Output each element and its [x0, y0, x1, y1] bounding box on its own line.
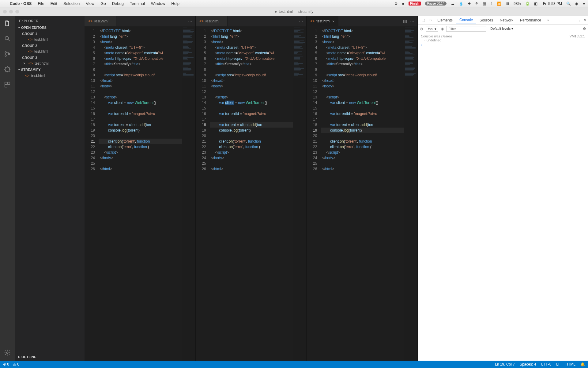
notification-center-icon[interactable]: ≣ [582, 2, 586, 6]
code-content[interactable]: <!DOCTYPE html><html lang="en"><head> <m… [210, 26, 307, 361]
menu-file[interactable]: File [35, 1, 47, 6]
open-editors-section[interactable]: ▾OPEN EDITORS [15, 25, 85, 31]
minimap[interactable] [293, 26, 306, 361]
siri-icon[interactable]: ◉ [575, 2, 578, 6]
activity-settings-icon[interactable] [3, 348, 12, 357]
html-file-icon: <> [310, 19, 315, 23]
editor-tab[interactable]: <>test.html× [307, 16, 338, 26]
caret-down-icon: ▾ [18, 68, 20, 71]
menu-go[interactable]: Go [97, 1, 109, 6]
close-editor-icon[interactable]: × [23, 61, 25, 66]
svg-point-4 [5, 67, 10, 72]
window-zoom-button[interactable] [15, 10, 19, 13]
editor-more-icon[interactable]: ⋯ [299, 19, 303, 24]
status-icon-drop[interactable]: 💧 [459, 2, 463, 6]
devtools-more-tabs-icon[interactable]: » [545, 18, 552, 22]
clock[interactable]: Fri 5:53 PM [542, 2, 562, 6]
editor-pane: <>test.html×▥⋯12345678910111213141516171… [307, 16, 418, 361]
status-notifications-icon[interactable]: 🔔 [580, 362, 585, 366]
svg-point-8 [6, 352, 8, 354]
code-content[interactable]: <!DOCTYPE html><html lang="en"><head> <m… [99, 26, 195, 361]
line-gutter: 1234567891011121314151617181920212223242… [307, 26, 321, 361]
code-editor[interactable]: 1234567891011121314151617181920212223242… [307, 26, 417, 361]
devtools-close-icon[interactable]: × [584, 18, 586, 22]
status-indent[interactable]: Spaces: 4 [520, 362, 536, 366]
menu-edit[interactable]: Edit [47, 1, 60, 6]
status-warnings[interactable]: ⚠ 0 [13, 362, 19, 366]
battery-percent[interactable]: 98% [514, 2, 521, 6]
svg-rect-6 [8, 82, 10, 84]
activity-scm-icon[interactable] [3, 50, 12, 58]
editor-more-icon[interactable]: ⋯ [410, 19, 414, 24]
spotlight-icon[interactable]: 🔍 [566, 2, 571, 6]
wifi-icon[interactable]: 📶 [497, 2, 501, 6]
open-editor-item[interactable]: ×<>test.html [15, 60, 85, 67]
menu-window[interactable]: Window [148, 1, 168, 6]
status-cursor-position[interactable]: Ln 19, Col 7 [495, 362, 515, 366]
svg-point-2 [5, 55, 6, 56]
devtools-tab-network[interactable]: Network [497, 16, 516, 24]
devtools-menu-icon[interactable]: ⋮ [577, 18, 581, 22]
html-file-icon: <> [28, 49, 32, 54]
status-language[interactable]: HTML [565, 362, 575, 366]
status-eol[interactable]: LF [556, 362, 560, 366]
app-menu[interactable]: Code - OSS [7, 1, 35, 6]
editor-tab[interactable]: <>test.html× [196, 16, 228, 26]
menu-help[interactable]: Help [168, 1, 183, 6]
devtools-tab-console[interactable]: Console [456, 16, 476, 24]
console-filter-input[interactable] [446, 26, 486, 32]
window-close-button[interactable] [3, 10, 7, 13]
recorder-finish-button[interactable]: Finish [409, 2, 420, 6]
clear-console-icon[interactable]: ⊘ [420, 26, 423, 31]
bluetooth-icon[interactable]: ᛒ [490, 2, 492, 6]
menu-selection[interactable]: Selection [60, 1, 83, 6]
open-editor-item[interactable]: <>test.html [15, 36, 85, 43]
minimap[interactable] [404, 26, 417, 361]
devtools-panel: ⬚ ▭ Elements Console Sources Network Per… [418, 16, 588, 361]
device-toolbar-icon[interactable]: ▭ [427, 18, 434, 22]
editor-more-icon[interactable]: ⋯ [188, 19, 192, 24]
status-encoding[interactable]: UTF-8 [541, 362, 551, 366]
devtools-tab-performance[interactable]: Performance [517, 16, 544, 24]
console-levels-select[interactable]: Default levels ▾ [488, 26, 515, 31]
battery-icon[interactable]: 🔋 [525, 2, 530, 6]
status-icon-rec[interactable]: ■ [402, 2, 404, 6]
code-editor[interactable]: 1234567891011121314151617181920212223242… [85, 26, 195, 361]
console-context-select[interactable]: top ▾ [426, 26, 438, 32]
menu-terminal[interactable]: Terminal [127, 1, 148, 6]
console-live-expr-icon[interactable]: ◉ [441, 27, 444, 31]
control-center-icon[interactable]: ◧ [534, 2, 537, 6]
display-icon[interactable]: 🖥 [506, 2, 509, 6]
window-minimize-button[interactable] [9, 10, 13, 13]
editor-tab[interactable]: <>test.html× [85, 16, 116, 26]
activity-search-icon[interactable] [3, 34, 12, 43]
inspect-element-icon[interactable]: ⬚ [420, 18, 426, 22]
menu-debug[interactable]: Debug [109, 1, 127, 6]
status-errors[interactable]: ⊘ 0 [3, 362, 9, 366]
status-icon-umbrella[interactable]: ☂ [475, 2, 478, 6]
console-settings-icon[interactable]: ⚙ [583, 27, 586, 31]
split-editor-icon[interactable]: ▥ [403, 19, 407, 24]
status-icon-cog[interactable]: ⚙ [394, 2, 398, 6]
activity-debug-icon[interactable] [3, 65, 12, 74]
status-icon-grid[interactable]: ▦ [483, 2, 486, 6]
recorder-pause-button[interactable]: Pause 00:14 [425, 2, 447, 6]
devtools-tab-sources[interactable]: Sources [477, 16, 496, 24]
code-editor[interactable]: 1234567891011121314151617181920212223242… [196, 26, 307, 361]
minimap[interactable] [182, 26, 195, 361]
code-content[interactable]: <!DOCTYPE html><html lang="en"><head> <m… [321, 26, 417, 361]
console-output[interactable]: Console was clearedVM1352:1 ‹ undefined … [418, 33, 588, 361]
project-section[interactable]: ▾STREAMIFY [15, 67, 85, 73]
file-tree-item[interactable]: <>test.html [15, 73, 85, 79]
status-icon-cloud[interactable]: ☁ [451, 2, 454, 6]
menu-view[interactable]: View [83, 1, 97, 6]
outline-section[interactable]: ▸OUTLINE [15, 353, 85, 361]
activity-extensions-icon[interactable] [3, 80, 12, 89]
open-editor-item[interactable]: <>test.html [15, 48, 85, 55]
activity-explorer-icon[interactable] [3, 19, 12, 28]
status-icon-plus[interactable]: ✚ [468, 2, 471, 6]
console-prompt[interactable]: › [421, 42, 585, 47]
console-source-link[interactable]: VM1352:1 [570, 34, 585, 38]
tab-close-icon[interactable]: × [332, 19, 335, 24]
devtools-tab-elements[interactable]: Elements [434, 16, 456, 24]
